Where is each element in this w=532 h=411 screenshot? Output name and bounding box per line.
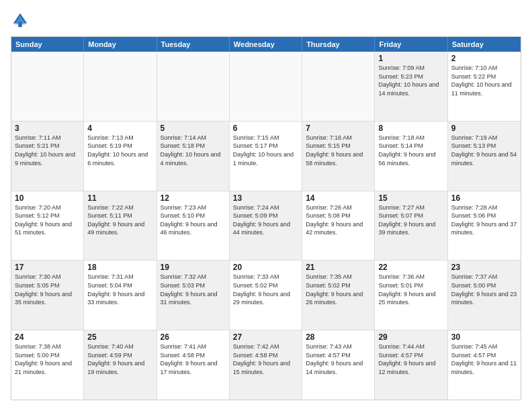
- cell-info-text: Sunrise: 7:44 AM Sunset: 4:57 PM Dayligh…: [378, 342, 443, 376]
- cell-info-text: Sunrise: 7:35 AM Sunset: 5:02 PM Dayligh…: [306, 273, 371, 306]
- calendar-cell-day-23: 23Sunrise: 7:37 AM Sunset: 5:00 PM Dayli…: [448, 261, 521, 330]
- calendar-cell-day-8: 8Sunrise: 7:18 AM Sunset: 5:14 PM Daylig…: [375, 122, 447, 191]
- header-day-tuesday: Tuesday: [157, 37, 230, 52]
- cell-info-text: Sunrise: 7:33 AM Sunset: 5:02 PM Dayligh…: [233, 273, 298, 306]
- cell-info-text: Sunrise: 7:27 AM Sunset: 5:07 PM Dayligh…: [378, 203, 443, 237]
- cell-info-text: Sunrise: 7:15 AM Sunset: 5:17 PM Dayligh…: [233, 134, 298, 167]
- calendar-cell-day-25: 25Sunrise: 7:40 AM Sunset: 4:59 PM Dayli…: [84, 330, 157, 400]
- cell-info-text: Sunrise: 7:10 AM Sunset: 5:22 PM Dayligh…: [451, 64, 517, 97]
- cell-info-text: Sunrise: 7:30 AM Sunset: 5:05 PM Dayligh…: [15, 273, 80, 306]
- calendar-cell-day-13: 13Sunrise: 7:24 AM Sunset: 5:09 PM Dayli…: [230, 191, 302, 261]
- calendar-row-4: 17Sunrise: 7:30 AM Sunset: 5:05 PM Dayli…: [11, 261, 521, 330]
- cell-info-text: Sunrise: 7:14 AM Sunset: 5:18 PM Dayligh…: [161, 134, 226, 167]
- day-number: 3: [15, 124, 80, 133]
- day-number: 27: [233, 332, 298, 342]
- calendar-cell-day-18: 18Sunrise: 7:31 AM Sunset: 5:04 PM Dayli…: [84, 261, 157, 330]
- header-day-thursday: Thursday: [302, 37, 375, 52]
- calendar-cell-day-20: 20Sunrise: 7:33 AM Sunset: 5:02 PM Dayli…: [230, 261, 302, 330]
- calendar-cell-day-22: 22Sunrise: 7:36 AM Sunset: 5:01 PM Dayli…: [375, 261, 447, 330]
- calendar-cell-day-3: 3Sunrise: 7:11 AM Sunset: 5:21 PM Daylig…: [11, 122, 84, 191]
- header-day-sunday: Sunday: [11, 37, 84, 52]
- cell-info-text: Sunrise: 7:24 AM Sunset: 5:09 PM Dayligh…: [233, 203, 298, 237]
- svg-rect-2: [18, 22, 22, 27]
- cell-info-text: Sunrise: 7:26 AM Sunset: 5:08 PM Dayligh…: [306, 203, 371, 237]
- day-number: 17: [15, 263, 80, 272]
- day-number: 8: [378, 124, 443, 133]
- day-number: 14: [306, 193, 371, 203]
- day-number: 13: [233, 193, 298, 203]
- day-number: 26: [161, 332, 226, 342]
- calendar-cell-day-17: 17Sunrise: 7:30 AM Sunset: 5:05 PM Dayli…: [11, 261, 84, 330]
- day-number: 10: [15, 193, 80, 203]
- day-number: 30: [451, 332, 517, 342]
- cell-info-text: Sunrise: 7:09 AM Sunset: 5:23 PM Dayligh…: [378, 64, 443, 97]
- day-number: 29: [378, 332, 443, 342]
- cell-info-text: Sunrise: 7:45 AM Sunset: 4:57 PM Dayligh…: [451, 342, 517, 376]
- day-number: 23: [451, 263, 517, 272]
- calendar-header: SundayMondayTuesdayWednesdayThursdayFrid…: [11, 37, 521, 52]
- logo-icon: [11, 11, 30, 30]
- header-day-monday: Monday: [84, 37, 157, 52]
- calendar-row-1: 1Sunrise: 7:09 AM Sunset: 5:23 PM Daylig…: [11, 52, 521, 122]
- cell-info-text: Sunrise: 7:23 AM Sunset: 5:10 PM Dayligh…: [161, 203, 226, 237]
- calendar-cell-day-28: 28Sunrise: 7:43 AM Sunset: 4:57 PM Dayli…: [302, 330, 375, 400]
- day-number: 6: [233, 124, 298, 133]
- day-number: 5: [161, 124, 226, 133]
- calendar-cell-day-6: 6Sunrise: 7:15 AM Sunset: 5:17 PM Daylig…: [230, 122, 302, 191]
- calendar-cell-day-26: 26Sunrise: 7:41 AM Sunset: 4:58 PM Dayli…: [157, 330, 230, 400]
- calendar-cell-day-19: 19Sunrise: 7:32 AM Sunset: 5:03 PM Dayli…: [157, 261, 230, 330]
- day-number: 9: [451, 124, 517, 133]
- calendar-row-3: 10Sunrise: 7:20 AM Sunset: 5:12 PM Dayli…: [11, 191, 521, 261]
- calendar-cell-day-14: 14Sunrise: 7:26 AM Sunset: 5:08 PM Dayli…: [302, 191, 375, 261]
- calendar-cell-day-5: 5Sunrise: 7:14 AM Sunset: 5:18 PM Daylig…: [157, 122, 230, 191]
- cell-info-text: Sunrise: 7:43 AM Sunset: 4:57 PM Dayligh…: [306, 342, 371, 376]
- cell-info-text: Sunrise: 7:16 AM Sunset: 5:15 PM Dayligh…: [306, 134, 371, 167]
- calendar-cell-day-9: 9Sunrise: 7:19 AM Sunset: 5:13 PM Daylig…: [448, 122, 521, 191]
- calendar-cell-day-24: 24Sunrise: 7:38 AM Sunset: 5:00 PM Dayli…: [11, 330, 84, 400]
- day-number: 18: [87, 263, 152, 272]
- calendar-cell-day-1: 1Sunrise: 7:09 AM Sunset: 5:23 PM Daylig…: [375, 52, 447, 121]
- cell-info-text: Sunrise: 7:19 AM Sunset: 5:13 PM Dayligh…: [451, 134, 517, 167]
- day-number: 4: [87, 124, 152, 133]
- calendar: SundayMondayTuesdayWednesdayThursdayFrid…: [11, 36, 521, 400]
- calendar-cell-day-4: 4Sunrise: 7:13 AM Sunset: 5:19 PM Daylig…: [84, 122, 157, 191]
- calendar-cell-day-29: 29Sunrise: 7:44 AM Sunset: 4:57 PM Dayli…: [375, 330, 447, 400]
- header-day-saturday: Saturday: [448, 37, 521, 52]
- calendar-cell-day-7: 7Sunrise: 7:16 AM Sunset: 5:15 PM Daylig…: [302, 122, 375, 191]
- cell-info-text: Sunrise: 7:31 AM Sunset: 5:04 PM Dayligh…: [87, 273, 152, 306]
- logo: [11, 11, 32, 30]
- calendar-body: 1Sunrise: 7:09 AM Sunset: 5:23 PM Daylig…: [11, 52, 521, 400]
- header-day-wednesday: Wednesday: [230, 37, 302, 52]
- day-number: 20: [233, 263, 298, 272]
- calendar-cell-day-10: 10Sunrise: 7:20 AM Sunset: 5:12 PM Dayli…: [11, 191, 84, 261]
- cell-info-text: Sunrise: 7:11 AM Sunset: 5:21 PM Dayligh…: [15, 134, 80, 167]
- calendar-cell-day-12: 12Sunrise: 7:23 AM Sunset: 5:10 PM Dayli…: [157, 191, 230, 261]
- day-number: 25: [87, 332, 152, 342]
- day-number: 22: [378, 263, 443, 272]
- calendar-cell-empty: [84, 52, 157, 121]
- cell-info-text: Sunrise: 7:38 AM Sunset: 5:00 PM Dayligh…: [15, 342, 80, 376]
- calendar-cell-empty: [157, 52, 230, 121]
- calendar-cell-day-11: 11Sunrise: 7:22 AM Sunset: 5:11 PM Dayli…: [84, 191, 157, 261]
- day-number: 28: [306, 332, 371, 342]
- cell-info-text: Sunrise: 7:42 AM Sunset: 4:58 PM Dayligh…: [233, 342, 298, 376]
- day-number: 11: [87, 193, 152, 203]
- calendar-row-2: 3Sunrise: 7:11 AM Sunset: 5:21 PM Daylig…: [11, 122, 521, 191]
- cell-info-text: Sunrise: 7:36 AM Sunset: 5:01 PM Dayligh…: [378, 273, 443, 306]
- calendar-cell-day-21: 21Sunrise: 7:35 AM Sunset: 5:02 PM Dayli…: [302, 261, 375, 330]
- day-number: 16: [451, 193, 517, 203]
- page: SundayMondayTuesdayWednesdayThursdayFrid…: [0, 0, 532, 411]
- cell-info-text: Sunrise: 7:20 AM Sunset: 5:12 PM Dayligh…: [15, 203, 80, 237]
- cell-info-text: Sunrise: 7:22 AM Sunset: 5:11 PM Dayligh…: [87, 203, 152, 237]
- calendar-cell-day-15: 15Sunrise: 7:27 AM Sunset: 5:07 PM Dayli…: [375, 191, 447, 261]
- calendar-cell-empty: [230, 52, 302, 121]
- day-number: 19: [161, 263, 226, 272]
- calendar-cell-empty: [302, 52, 375, 121]
- day-number: 15: [378, 193, 443, 203]
- cell-info-text: Sunrise: 7:37 AM Sunset: 5:00 PM Dayligh…: [451, 273, 517, 306]
- cell-info-text: Sunrise: 7:13 AM Sunset: 5:19 PM Dayligh…: [87, 134, 152, 167]
- cell-info-text: Sunrise: 7:28 AM Sunset: 5:06 PM Dayligh…: [451, 203, 517, 237]
- day-number: 24: [15, 332, 80, 342]
- day-number: 1: [378, 54, 443, 63]
- calendar-cell-day-16: 16Sunrise: 7:28 AM Sunset: 5:06 PM Dayli…: [448, 191, 521, 261]
